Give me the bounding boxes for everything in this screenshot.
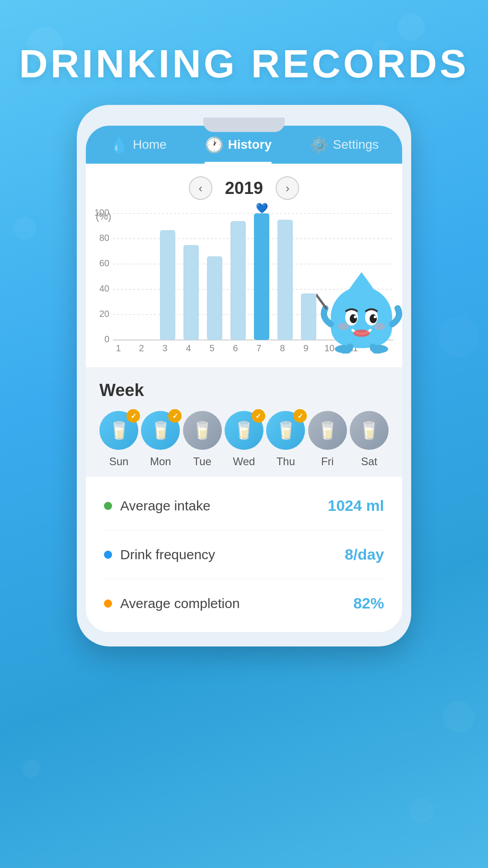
- svg-rect-16: [230, 221, 246, 340]
- svg-text:5: 5: [209, 343, 214, 353]
- home-icon: 💧: [109, 136, 128, 154]
- day-label-sun: Sun: [109, 455, 129, 468]
- day-icon-sat: 🥛: [350, 411, 389, 450]
- nav-history-label: History: [228, 137, 272, 152]
- day-mon: 🥛 ✓ Mon: [141, 411, 180, 468]
- stats-section: Average intake 1024 ml Drink frequency 8…: [86, 477, 402, 632]
- day-sun: 🥛 ✓ Sun: [99, 411, 138, 468]
- stat-value-intake: 1024 ml: [328, 497, 384, 514]
- svg-point-36: [350, 314, 357, 323]
- week-section: Week 🥛 ✓ Sun 🥛 ✓: [86, 367, 402, 477]
- chart-area: (%) 100 80 60 40 20 0: [86, 204, 402, 367]
- stat-row-intake: Average intake 1024 ml: [104, 481, 384, 530]
- day-label-mon: Mon: [150, 455, 171, 468]
- svg-text:💙: 💙: [256, 202, 268, 214]
- day-label-thu: Thu: [277, 455, 295, 468]
- stat-dot-completion: [104, 599, 112, 608]
- svg-text:40: 40: [99, 283, 109, 293]
- day-icon-tue: 🥛: [183, 411, 222, 450]
- year-display: 2019: [225, 179, 263, 198]
- nav-home[interactable]: 💧 Home: [109, 136, 167, 164]
- stat-label-frequency: Drink frequency: [120, 547, 215, 562]
- year-selector: ‹ 2019 ›: [86, 164, 402, 204]
- day-label-tue: Tue: [193, 455, 211, 468]
- year-next-button[interactable]: ›: [276, 176, 299, 200]
- day-icon-wed: 🥛 ✓: [225, 411, 263, 450]
- stat-value-completion: 82%: [353, 594, 384, 612]
- stat-value-frequency: 8/day: [345, 546, 384, 563]
- svg-text:1: 1: [116, 343, 121, 353]
- day-wed: 🥛 ✓ Wed: [225, 411, 263, 468]
- svg-text:9: 9: [303, 343, 308, 353]
- nav-settings-label: Settings: [333, 137, 379, 152]
- day-sat: 🥛 Sat: [350, 411, 389, 468]
- svg-rect-13: [160, 230, 175, 340]
- stat-dot-frequency: [104, 551, 112, 559]
- nav-home-label: Home: [133, 137, 167, 152]
- svg-text:3: 3: [162, 343, 167, 353]
- stat-dot-intake: [104, 502, 112, 510]
- svg-rect-15: [207, 256, 222, 340]
- phone-notch: [203, 118, 285, 132]
- svg-text:4: 4: [186, 343, 191, 353]
- nav-settings[interactable]: ⚙️ Settings: [310, 136, 379, 164]
- day-icon-thu: 🥛 ✓: [266, 411, 305, 450]
- svg-rect-19: [277, 220, 293, 340]
- stat-row-completion: Average completion 82%: [104, 579, 384, 627]
- stat-label-intake: Average intake: [120, 498, 211, 514]
- nav-history[interactable]: 🕐 History: [205, 136, 272, 164]
- settings-icon: ⚙️: [310, 136, 328, 154]
- svg-point-39: [374, 316, 376, 318]
- svg-point-41: [374, 323, 385, 330]
- svg-text:0: 0: [104, 334, 109, 344]
- svg-text:6: 6: [233, 343, 238, 353]
- stat-label-completion: Average completion: [120, 596, 240, 611]
- phone-mockup: 💧 Home 🕐 History ⚙️ Settings ‹ 2019 ›: [77, 105, 411, 646]
- day-icon-fri: 🥛: [308, 411, 347, 450]
- svg-rect-20: [301, 293, 316, 340]
- svg-point-44: [335, 345, 353, 353]
- year-prev-button[interactable]: ‹: [189, 176, 212, 200]
- svg-text:8: 8: [280, 343, 285, 353]
- day-icon-mon: 🥛 ✓: [141, 411, 180, 450]
- day-fri: 🥛 Fri: [308, 411, 347, 468]
- day-tue: 🥛 Tue: [183, 411, 222, 468]
- svg-point-45: [370, 345, 388, 353]
- svg-point-37: [370, 314, 377, 323]
- phone-inner: 💧 Home 🕐 History ⚙️ Settings ‹ 2019 ›: [86, 126, 402, 632]
- svg-text:20: 20: [99, 309, 109, 319]
- chart-y-label: (%): [96, 211, 111, 222]
- water-mascot: [316, 254, 402, 354]
- content-area: ‹ 2019 › (%) 100 80 60: [86, 164, 402, 632]
- svg-point-38: [354, 316, 357, 318]
- svg-text:60: 60: [99, 258, 109, 268]
- day-label-wed: Wed: [233, 455, 255, 468]
- svg-text:2: 2: [139, 343, 144, 353]
- svg-line-43: [316, 295, 326, 308]
- svg-point-40: [338, 323, 349, 330]
- svg-point-42: [353, 330, 370, 337]
- svg-text:7: 7: [256, 343, 261, 353]
- svg-text:80: 80: [99, 233, 109, 243]
- svg-rect-17: [254, 213, 269, 340]
- svg-rect-14: [183, 245, 199, 340]
- day-label-fri: Fri: [321, 455, 334, 468]
- stat-row-frequency: Drink frequency 8/day: [104, 530, 384, 579]
- history-icon: 🕐: [205, 136, 224, 154]
- day-label-sat: Sat: [361, 455, 377, 468]
- day-icon-sun: 🥛 ✓: [99, 411, 138, 450]
- week-days: 🥛 ✓ Sun 🥛 ✓ Mon: [99, 411, 389, 468]
- day-thu: 🥛 ✓ Thu: [266, 411, 305, 468]
- week-title: Week: [99, 381, 389, 400]
